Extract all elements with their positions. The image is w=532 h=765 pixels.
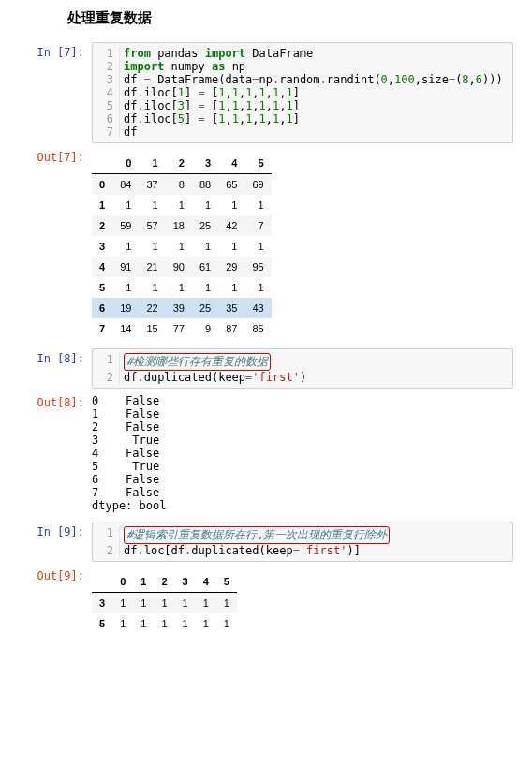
line-number: 3 <box>93 73 119 86</box>
cell-7: In [7]: 1from pandas import DataFrame2im… <box>19 42 513 339</box>
row-index: 3 <box>92 593 112 614</box>
cell-value: 37 <box>139 174 165 196</box>
code-line: df.iloc[1] = [1,1,1,1,1,1] <box>119 86 512 99</box>
cell-value: 14 <box>112 318 139 339</box>
cell-value: 1 <box>196 613 216 634</box>
cell-value: 1 <box>112 236 139 257</box>
cell-value: 1 <box>112 195 139 215</box>
line-number: 5 <box>93 99 119 112</box>
code-line: #逻辑索引重复数据所在行,第一次出现的重复行除外 <box>119 526 512 544</box>
line-number: 2 <box>93 60 119 73</box>
cell-value: 8 <box>166 174 192 196</box>
cell-value: 88 <box>192 174 218 196</box>
cell-value: 25 <box>192 215 218 236</box>
cell-value: 1 <box>175 613 196 634</box>
cell-value: 1 <box>139 277 165 298</box>
cell-value: 69 <box>244 174 271 196</box>
cell-8: In [8]: 1#检测哪些行存有重复的数据2df.duplicated(kee… <box>19 348 513 512</box>
cell-value: 90 <box>166 257 192 277</box>
table-row: 084378886569 <box>92 174 272 196</box>
table-row: 5111111 <box>92 277 272 298</box>
cell-value: 1 <box>216 593 237 614</box>
cell-value: 1 <box>244 195 271 215</box>
cell-value: 1 <box>192 195 218 215</box>
row-index: 7 <box>92 318 112 339</box>
column-header: 5 <box>216 571 237 593</box>
cell-value: 9 <box>192 318 218 339</box>
output-7: 0123450843788865691111111259571825427311… <box>92 147 513 339</box>
column-header: 0 <box>112 571 133 593</box>
cell-value: 1 <box>166 236 192 257</box>
column-header: 1 <box>133 571 154 593</box>
code-input-7[interactable]: 1from pandas import DataFrame2import num… <box>92 42 513 143</box>
cell-value: 29 <box>218 257 244 277</box>
cell-value: 1 <box>112 613 133 634</box>
cell-value: 87 <box>218 318 244 339</box>
code-line: df.iloc[3] = [1,1,1,1,1,1] <box>119 99 512 112</box>
cell-value: 65 <box>218 174 244 196</box>
in-prompt-8: In [8]: <box>19 348 92 365</box>
dataframe-table-7: 0123450843788865691111111259571825427311… <box>92 153 272 339</box>
cell-value: 1 <box>244 277 271 298</box>
code-input-9[interactable]: 1#逻辑索引重复数据所在行,第一次出现的重复行除外2df.loc[df.dupl… <box>92 522 513 562</box>
row-index: 3 <box>92 236 112 257</box>
cell-value: 57 <box>139 215 165 236</box>
row-index: 4 <box>92 257 112 277</box>
column-header: 0 <box>112 153 139 174</box>
column-header: 3 <box>175 571 196 593</box>
cell-value: 1 <box>154 613 174 634</box>
cell-value: 77 <box>166 318 192 339</box>
cell-value: 1 <box>196 593 216 614</box>
cell-value: 22 <box>139 298 165 318</box>
output-8: 0 False 1 False 2 False 3 True 4 False 5… <box>92 392 513 512</box>
line-number: 1 <box>93 526 119 539</box>
cell-value: 1 <box>244 236 271 257</box>
cell-value: 1 <box>139 195 165 215</box>
cell-value: 1 <box>166 277 192 298</box>
cell-value: 15 <box>139 318 165 339</box>
row-index: 5 <box>92 277 112 298</box>
row-index: 0 <box>92 174 112 196</box>
table-row: 5111111 <box>92 613 237 634</box>
line-number: 7 <box>93 125 119 139</box>
column-header: 2 <box>166 153 192 174</box>
page-title: 处理重复数据 <box>67 9 513 27</box>
cell-value: 39 <box>166 298 192 318</box>
text-output-8: 0 False 1 False 2 False 3 True 4 False 5… <box>92 394 513 512</box>
column-header: 4 <box>218 153 244 174</box>
cell-value: 1 <box>192 277 218 298</box>
cell-value: 25 <box>192 298 218 318</box>
cell-value: 21 <box>139 257 165 277</box>
code-line: df.iloc[5] = [1,1,1,1,1,1] <box>119 112 512 125</box>
cell-value: 1 <box>139 236 165 257</box>
table-row: 3111111 <box>92 236 272 257</box>
code-line: df = DataFrame(data=np.random.randint(0,… <box>119 73 512 86</box>
column-header: 1 <box>139 153 165 174</box>
code-line: #检测哪些行存有重复的数据 <box>119 353 512 371</box>
code-line: import numpy as np <box>119 60 512 73</box>
table-row: 6192239253543 <box>92 298 272 318</box>
in-prompt-9: In [9]: <box>19 522 92 538</box>
row-index: 1 <box>92 195 112 215</box>
code-line: df.loc[df.duplicated(keep='first')] <box>119 544 512 557</box>
row-index: 6 <box>92 298 112 318</box>
cell-value: 1 <box>133 613 154 634</box>
cell-value: 85 <box>244 318 271 339</box>
code-line: from pandas import DataFrame <box>119 47 512 60</box>
table-row: 3111111 <box>92 593 237 614</box>
cell-value: 1 <box>218 277 244 298</box>
code-input-8[interactable]: 1#检测哪些行存有重复的数据2df.duplicated(keep='first… <box>92 348 513 389</box>
cell-value: 7 <box>244 215 271 236</box>
line-number: 1 <box>93 353 119 366</box>
table-row: 714157798785 <box>92 318 272 339</box>
cell-value: 1 <box>112 593 133 614</box>
out-prompt-7: Out[7]: <box>19 147 92 164</box>
dataframe-table-9: 01234531111115111111 <box>92 571 237 634</box>
line-number: 6 <box>93 112 119 125</box>
highlight-box: #逻辑索引重复数据所在行,第一次出现的重复行除外 <box>124 526 390 544</box>
cell-value: 42 <box>218 215 244 236</box>
cell-value: 35 <box>218 298 244 318</box>
cell-value: 1 <box>112 277 139 298</box>
highlight-box: #检测哪些行存有重复的数据 <box>124 353 271 371</box>
line-number: 1 <box>93 47 119 60</box>
